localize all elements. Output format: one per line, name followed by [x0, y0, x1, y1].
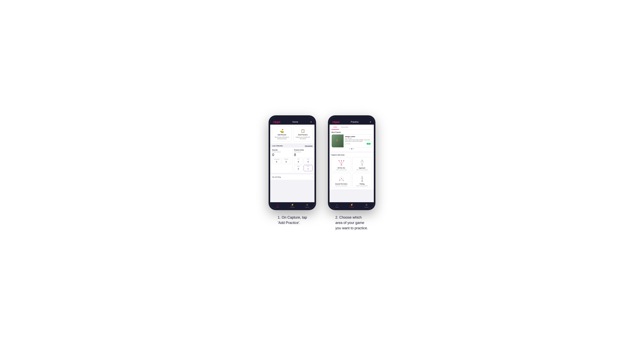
app-box: APP 4 — [304, 158, 312, 164]
add-practice-title: Add Practice — [298, 134, 308, 136]
hamburger-icon-1[interactable]: ≡ — [310, 121, 312, 123]
svg-point-19 — [362, 176, 363, 177]
dots-row — [332, 148, 372, 150]
capture-nav-label-2: Capture — [364, 206, 368, 208]
add-round-sub: Record your shots fast or enhanced mode — [274, 137, 290, 140]
ott-value: 0 — [298, 161, 299, 163]
app-badge: APP — [367, 143, 370, 145]
tournament-label: Tournament — [273, 159, 280, 160]
practice-value: 0 — [286, 161, 287, 163]
svg-point-10 — [362, 160, 363, 161]
svg-point-0 — [341, 165, 342, 166]
skill-name-ott: Off The Tee — [338, 167, 345, 169]
ott-box: OTT 0 — [294, 158, 303, 164]
phones-row: clippd Home ≡ ⛳ Add Round Record your sh… — [213, 115, 431, 231]
hamburger-icon-2[interactable]: ≡ — [370, 121, 371, 123]
drill-info: Wedge Ladder ☆ 50–100 yds Play 1 shot at… — [345, 135, 372, 146]
app-content-1: ⛳ Add Round Record your shots fast or en… — [270, 125, 314, 202]
status-bar-2 — [330, 117, 374, 119]
nav-activities-1[interactable]: ⚡ Activities — [285, 203, 300, 208]
putt-box: PUTT 4 — [304, 165, 312, 171]
tab-drills[interactable]: Drills — [332, 125, 339, 130]
practice-content: Most Popular 🏌 Wedge Ladder ☆ — [330, 130, 374, 202]
home-nav-label-1: Home — [276, 206, 279, 208]
rounds-capture-value: 0 — [272, 153, 291, 157]
practice-drills-title: Practice Drills — [294, 149, 313, 151]
stats-row: Rounds Rounds Capture 0 Tournament 0 — [272, 149, 312, 171]
svg-line-9 — [362, 161, 364, 165]
drill-thumbnail: 🏌 — [332, 135, 344, 147]
practice-title-header: Practice — [351, 121, 358, 123]
capture-nav-icon-2: ⊕ — [366, 203, 368, 206]
app-value: 4 — [308, 161, 309, 163]
skill-desc-atg: Hone your short game — [336, 185, 347, 186]
status-bar-1 — [270, 117, 314, 119]
arg-box: ARG 0 — [294, 165, 303, 171]
add-round-card[interactable]: ⛳ Add Round Record your shots fast or en… — [272, 127, 292, 142]
capture-nav-icon-1: ⊕ — [306, 203, 308, 206]
divider — [292, 149, 292, 171]
svg-line-1 — [339, 161, 342, 165]
skill-card-atg[interactable]: Around The Green Hone your short game — [332, 173, 351, 188]
putting-diagram — [358, 175, 366, 183]
practice-label: Practice — [283, 159, 290, 160]
svg-point-4 — [338, 160, 340, 161]
add-practice-icon: 📋 — [301, 129, 305, 133]
practice-box: Practice 0 — [282, 158, 291, 164]
add-round-icon: ⛳ — [280, 129, 284, 133]
nav-activities-2[interactable]: ⚡ Activities — [344, 203, 359, 208]
view-activity-link[interactable]: View Activity — [305, 145, 312, 147]
chevron-right-icon: › — [312, 176, 312, 178]
stats-panel: Rounds Rounds Capture 0 Tournament 0 — [270, 148, 314, 173]
svg-point-21 — [362, 181, 362, 181]
add-practice-sub: Capture your practice off-the-course — [295, 137, 311, 140]
nav-capture-1[interactable]: ⊕ Capture — [300, 203, 314, 208]
bottom-nav-2: ⌂ Home ⚡ Activities ⊕ Capture — [330, 202, 374, 208]
drill-card[interactable]: 🏌 Wedge Ladder ☆ 50–100 yds Play 1 shot … — [332, 134, 372, 148]
arg-label: ARG — [295, 166, 302, 167]
nav-home-2[interactable]: ⌂ Home — [330, 203, 344, 208]
add-practice-card[interactable]: 📋 Add Practice Capture your practice off… — [293, 127, 312, 142]
approach-diagram — [358, 159, 366, 167]
activities-nav-icon-1: ⚡ — [291, 203, 294, 206]
skill-grid: Off The Tee Power and accuracy — [332, 157, 372, 188]
svg-line-3 — [342, 161, 344, 165]
app-label: APP — [304, 159, 312, 160]
drill-description: Play 1 shot at each target yardage. If y… — [345, 139, 370, 142]
skill-card-approach[interactable]: Approach Dial-in to hit the green — [352, 157, 372, 172]
putt-label: PUTT — [304, 166, 312, 167]
skill-name-atg: Around The Green — [335, 183, 347, 185]
drill-footer: ◷ 9 shots APP — [345, 143, 370, 145]
skill-card-ott[interactable]: Off The Tee Power and accuracy — [332, 157, 351, 172]
ott-diagram — [338, 159, 345, 167]
dot-3 — [353, 148, 354, 149]
nav-capture-2[interactable]: ⊕ Capture — [359, 203, 374, 208]
caption-1: 1. On Capture, tap'Add Practice'. — [278, 215, 307, 225]
star-icon[interactable]: ☆ — [369, 136, 370, 138]
action-cards: ⛳ Add Round Record your shots fast or en… — [270, 125, 314, 144]
phone1-inner: clippd Home ≡ ⛳ Add Round Record your sh… — [270, 117, 314, 208]
last3months-label: Last 3 Months — [272, 145, 283, 147]
bottom-nav-1: ⌂ Home ⚡ Activities ⊕ Capture — [270, 202, 314, 208]
activities-nav-label-2: Activities — [349, 206, 354, 208]
clippd-logo-2: clippd — [332, 121, 340, 123]
activities-nav-label-1: Activities — [290, 206, 295, 208]
add-round-title: Add Round — [278, 134, 286, 136]
svg-point-6 — [343, 160, 344, 161]
skill-desc-approach: Dial-in to hit the green — [356, 169, 368, 171]
tournament-value: 0 — [276, 161, 277, 163]
caption-2: 2. Choose whicharea of your gameyou want… — [335, 215, 368, 231]
app-header-2: clippd Practice ≡ — [330, 119, 374, 125]
golf-bag-row[interactable]: My Golf Bag › — [270, 174, 314, 180]
arg-value: 0 — [298, 168, 299, 170]
skill-card-putting[interactable]: Putting Make and lag practice — [352, 173, 372, 188]
practice-drills-column: Practice Drills Drills Capture 8 OTT 0 — [294, 149, 313, 171]
rounds-title: Rounds — [272, 149, 291, 151]
rounds-grid: Tournament 0 Practice 0 — [272, 158, 291, 164]
svg-point-7 — [362, 165, 363, 166]
tab-favourites[interactable]: Favourites — [339, 125, 350, 130]
most-popular-section: Most Popular 🏌 Wedge Ladder ☆ — [330, 130, 374, 152]
svg-point-12 — [362, 161, 362, 161]
nav-home-1[interactable]: ⌂ Home — [270, 203, 285, 208]
skill-desc-putting: Make and lag practice — [356, 185, 368, 186]
